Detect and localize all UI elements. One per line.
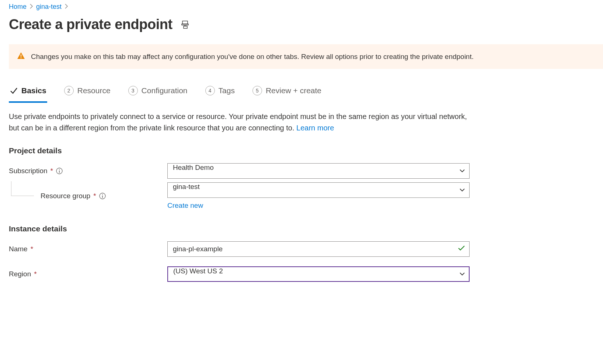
svg-rect-0 — [182, 21, 188, 24]
svg-rect-12 — [102, 196, 103, 198]
step-number-icon: 3 — [128, 86, 138, 95]
section-project-details: Project details — [9, 146, 603, 155]
required-asterisk: * — [34, 270, 36, 278]
breadcrumb-home[interactable]: Home — [9, 3, 27, 11]
resource-group-select[interactable]: gina-test — [167, 182, 470, 198]
resource-group-label: Resource group — [41, 192, 90, 200]
chevron-right-icon — [65, 4, 68, 10]
wizard-tabs: Basics 2 Resource 3 Configuration 4 Tags… — [9, 84, 603, 103]
region-label: Region — [9, 270, 31, 278]
learn-more-link[interactable]: Learn more — [296, 124, 334, 132]
intro-text: Use private endpoints to privately conne… — [9, 111, 473, 134]
warning-banner: Changes you make on this tab may affect … — [9, 44, 603, 69]
svg-rect-5 — [21, 55, 21, 57]
step-number-icon: 4 — [205, 86, 215, 95]
breadcrumb-gina-test[interactable]: gina-test — [36, 3, 62, 11]
warning-text: Changes you make on this tab may affect … — [31, 53, 474, 61]
tab-configuration-label: Configuration — [142, 86, 188, 95]
tab-tags[interactable]: 4 Tags — [205, 84, 236, 103]
name-input[interactable] — [167, 241, 470, 257]
warning-icon — [17, 52, 25, 62]
step-number-icon: 5 — [252, 86, 262, 95]
svg-rect-9 — [59, 171, 60, 173]
page-title: Create a private endpoint — [9, 17, 172, 32]
tab-configuration[interactable]: 3 Configuration — [128, 84, 188, 103]
tab-basics-label: Basics — [21, 86, 46, 95]
required-asterisk: * — [50, 167, 53, 175]
info-icon[interactable] — [56, 168, 63, 174]
intro-body: Use private endpoints to privately conne… — [9, 112, 467, 132]
chevron-right-icon — [29, 4, 33, 10]
svg-point-11 — [102, 195, 103, 195]
breadcrumb: Home gina-test — [9, 0, 603, 17]
tab-resource-label: Resource — [77, 86, 111, 95]
page-header: Create a private endpoint — [9, 17, 603, 44]
tab-review-create[interactable]: 5 Review + create — [252, 84, 322, 103]
info-icon[interactable] — [99, 193, 106, 199]
tab-resource[interactable]: 2 Resource — [63, 84, 111, 103]
subscription-label: Subscription — [9, 167, 48, 175]
svg-rect-2 — [184, 26, 187, 28]
step-number-icon: 2 — [64, 86, 74, 95]
tab-basics[interactable]: Basics — [9, 84, 47, 103]
tab-tags-label: Tags — [219, 86, 235, 95]
svg-point-6 — [21, 57, 22, 59]
required-asterisk: * — [31, 245, 33, 253]
required-asterisk: * — [93, 192, 96, 200]
pin-icon[interactable] — [181, 21, 189, 29]
svg-rect-1 — [182, 24, 188, 25]
region-select[interactable]: (US) West US 2 — [167, 266, 470, 282]
tab-review-label: Review + create — [266, 86, 321, 95]
svg-point-8 — [59, 169, 60, 170]
create-new-link[interactable]: Create new — [167, 198, 470, 210]
name-label: Name — [9, 245, 28, 253]
section-instance-details: Instance details — [9, 224, 603, 233]
tree-line-icon — [11, 181, 34, 196]
check-icon — [10, 87, 18, 95]
subscription-select[interactable]: Health Demo — [167, 163, 470, 179]
